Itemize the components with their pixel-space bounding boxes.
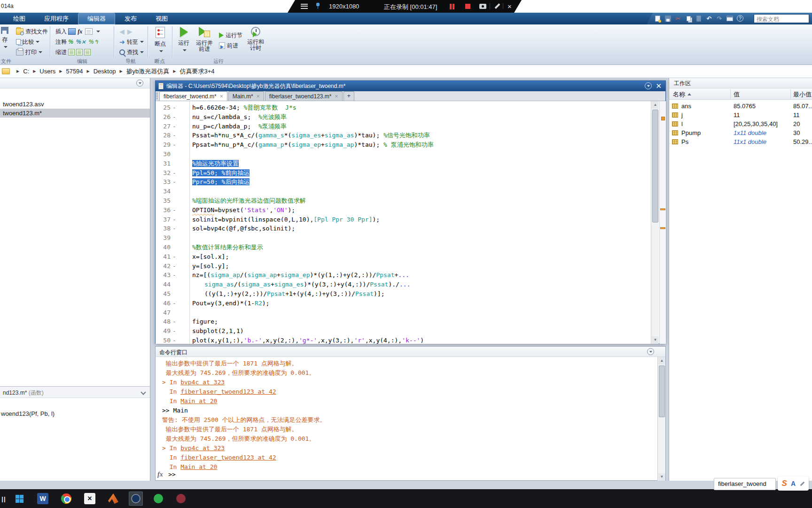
message-indicator-bar[interactable] [659,101,666,344]
stack-link[interactable]: fiberlaser_twoend123 at 42 [180,388,276,395]
workspace-row[interactable]: l[20,25,30,35,40]20 [669,119,812,128]
undo-icon[interactable]: ↶ [704,14,714,23]
save-icon[interactable] [663,14,673,23]
forward-icon[interactable]: ▶ [127,28,133,35]
pause-recording-icon[interactable] [450,4,454,9]
taskbar-bandicam[interactable] [129,492,143,506]
save-button[interactable]: 存 [0,27,13,49]
warning-summary-marker[interactable] [661,117,665,120]
ime-composition-text[interactable]: fiberlaser_twoend [714,478,776,490]
toolstrip-tab[interactable]: 发布 [115,13,146,24]
editor-tab[interactable]: fiberlaser_twoend.m*× [159,91,227,101]
breadcrumb-item[interactable]: 仿真要求3+4 [178,66,216,77]
screenshot-camera-icon[interactable] [479,4,486,9]
menu-icon[interactable] [301,4,308,9]
editor-scroll-thumb[interactable] [652,110,658,222]
stack-link[interactable]: bvp4c at 323 [180,379,225,386]
editor-menu-icon[interactable] [645,82,652,89]
column-name[interactable]: 名称 [673,90,691,99]
tab-close-icon[interactable]: × [335,93,338,100]
new-script-icon[interactable] [652,14,663,23]
close-recording-icon[interactable]: × [508,2,512,10]
stack-link[interactable]: Main at 20 [180,463,217,470]
indent-button[interactable]: 缩进 [54,47,103,57]
run-and-time-button[interactable]: 运行和计时 [245,27,266,51]
run-button[interactable]: 运行 [175,27,193,53]
draw-pencil-icon[interactable] [494,3,500,9]
copy-icon[interactable] [683,14,694,23]
help-icon[interactable]: ? [735,14,745,23]
command-scroll-thumb[interactable] [659,365,665,417]
taskbar-red-app[interactable] [174,492,188,506]
paste-icon[interactable] [694,14,704,23]
find-button[interactable]: 查找 [117,47,146,57]
command-scrollbar[interactable]: ▲ ▼ [657,357,665,481]
run-section-button[interactable]: 运行节 [217,30,244,40]
breadcrumb-item[interactable]: Users [38,67,57,76]
taskbar-word[interactable]: W [36,492,50,506]
taskbar-green-app[interactable] [151,492,165,506]
redo-icon[interactable]: ↷ [714,14,725,23]
stack-link[interactable]: fiberlaser_twoend123 at 42 [180,454,276,461]
workspace-row[interactable]: ans85.076585.07... [669,102,812,111]
breadcrumb-item[interactable]: 57594 [64,67,85,76]
warning-marker[interactable] [660,208,665,210]
editor-tab[interactable]: Main.m*× [228,91,264,101]
workspace-row[interactable]: Ppump1x11 double30 [669,128,812,137]
insert-button[interactable]: 插入 fx [54,26,103,37]
compare-button[interactable]: 比较 [14,37,50,47]
command-window-header[interactable]: 命令行窗口 [156,347,665,357]
workspace-row[interactable]: Ps11x1 double50.29... [669,137,812,146]
new-tab-button[interactable]: + [344,91,355,101]
tab-close-icon[interactable]: × [220,93,223,100]
workspace-row[interactable]: j1111 [669,111,812,119]
tab-close-icon[interactable]: × [257,93,260,100]
editor-scrollbar[interactable]: ▲ ▼ [651,101,659,344]
back-icon[interactable]: ◀ [119,28,125,35]
warning-marker[interactable] [660,227,665,229]
taskbar-chrome[interactable] [59,492,73,506]
panel-menu-icon[interactable] [136,79,143,87]
taskbar-pause-indicator[interactable]: || [0,492,9,506]
toolstrip-tab[interactable]: 应用程序 [35,13,78,24]
print-button[interactable]: 打印 [14,47,50,57]
breadcrumb-item[interactable]: Desktop [92,67,118,76]
comment-button[interactable]: 注释 %%⨯%↰ [54,37,103,47]
breakpoints-button[interactable]: 断点 [150,27,170,54]
pin-icon[interactable] [316,3,320,9]
ime-toolbar[interactable]: S A [778,476,809,491]
stack-link[interactable]: bvp4c at 323 [180,444,225,452]
scroll-down-icon[interactable]: ▼ [652,336,659,344]
editor-titlebar[interactable]: 编辑器 - C:\Users\57594\Desktop\掺yb激光器仿真\fi… [156,81,665,91]
toolstrip-tab[interactable]: 绘图 [4,13,35,24]
command-window-menu-icon[interactable] [647,348,654,355]
scroll-up-icon[interactable]: ▲ [658,357,665,365]
taskbar-matlab[interactable] [106,492,120,506]
find-files-button[interactable]: 查找文件 [14,26,50,37]
editor-tab[interactable]: fiberlaser_twoend123.m*× [265,91,343,101]
command-prompt-row[interactable]: fx >> [157,470,176,479]
cut-icon[interactable]: ✂ [673,14,683,23]
breadcrumb-item[interactable]: C: [21,67,31,76]
search-docs-input[interactable]: 搜索文档 [754,14,809,23]
column-min[interactable]: 最小值 [793,90,812,99]
taskbar-x-app[interactable]: × [83,492,97,506]
file-details-header[interactable]: nd123.m* (函数) [0,387,150,398]
toolstrip-tab[interactable]: 视图 [146,13,177,24]
scroll-down-icon[interactable]: ▼ [658,473,665,481]
breadcrumb-item[interactable]: 掺yb激光器仿真 [125,66,172,77]
code-editor[interactable]: 25-h=6.6626e-34; %普朗克常数 J*s26-nu_s=c/lam… [156,101,651,344]
scroll-up-icon[interactable]: ▲ [652,101,659,109]
file-item[interactable]: twoend123.asv [0,100,150,109]
file-item[interactable]: twoend123.m* [0,109,150,118]
drag-handle[interactable] [156,93,158,100]
stop-recording-icon[interactable] [465,4,470,9]
go-to-button[interactable]: ➔转至 [117,37,146,47]
column-value[interactable]: 值 [734,90,740,99]
stack-link[interactable]: Main at 20 [180,397,217,405]
layout-icon[interactable] [725,14,735,23]
toolstrip-tab[interactable]: 编辑器 [78,13,115,24]
advance-button[interactable]: 前进 [217,40,244,51]
run-and-advance-button[interactable]: 运行并前进 [194,27,215,52]
editor-close-icon[interactable]: ✕ [656,82,662,89]
